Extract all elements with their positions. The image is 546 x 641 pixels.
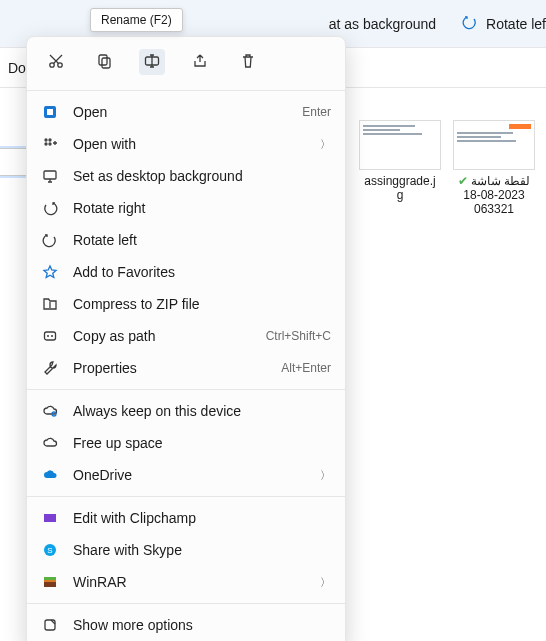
rotate-left-label: Rotate lef: [486, 16, 546, 32]
rename-tooltip: Rename (F2): [90, 8, 183, 32]
rotate-right-icon: [41, 199, 59, 217]
scissors-icon: [47, 52, 65, 73]
svg-rect-3: [102, 58, 110, 68]
svg-rect-6: [47, 109, 53, 115]
menu-free-space[interactable]: Free up space: [27, 427, 345, 459]
star-icon: [41, 263, 59, 281]
chevron-right-icon: 〉: [320, 468, 331, 483]
copy-path-icon: [41, 327, 59, 345]
sync-check-icon: ✔: [458, 174, 468, 188]
svg-rect-14: [44, 514, 56, 522]
menu-set-background[interactable]: Set as desktop background: [27, 160, 345, 192]
menu-label: Share with Skype: [73, 542, 331, 558]
menu-label: Set as desktop background: [73, 168, 331, 184]
clipchamp-icon: [41, 509, 59, 527]
svg-rect-20: [45, 620, 55, 630]
menu-add-favorites[interactable]: Add to Favorites: [27, 256, 345, 288]
svg-point-8: [49, 139, 51, 141]
svg-point-7: [45, 139, 47, 141]
file-thumbnail: [453, 120, 535, 170]
menu-clipchamp[interactable]: Edit with Clipchamp: [27, 502, 345, 534]
open-with-icon: [41, 135, 59, 153]
wrench-icon: [41, 359, 59, 377]
menu-accelerator: Enter: [302, 105, 331, 119]
file-item[interactable]: assinggrade.jg: [356, 120, 444, 216]
svg-rect-19: [44, 577, 56, 580]
menu-accelerator: Ctrl+Shift+C: [266, 329, 331, 343]
file-thumbnail: [359, 120, 441, 170]
menu-label: OneDrive: [73, 467, 306, 483]
menu-label: Always keep on this device: [73, 403, 331, 419]
context-menu-quick-actions: [27, 43, 345, 85]
toolbar-actions: at as background Rotate lef: [329, 14, 546, 33]
context-menu: Open Enter Open with 〉 Set as desktop ba…: [26, 36, 346, 641]
svg-rect-12: [45, 332, 56, 340]
menu-skype[interactable]: S Share with Skype: [27, 534, 345, 566]
menu-compress-zip[interactable]: Compress to ZIP file: [27, 288, 345, 320]
more-options-icon: [41, 616, 59, 634]
onedrive-icon: [41, 466, 59, 484]
file-name: assinggrade.j: [364, 174, 435, 188]
svg-text:S: S: [47, 546, 52, 555]
rotate-left-icon: [41, 231, 59, 249]
trash-icon: [239, 52, 257, 73]
set-background-button[interactable]: at as background: [329, 16, 436, 32]
rotate-left-icon: [462, 14, 478, 33]
copy-button[interactable]: [91, 49, 117, 75]
menu-onedrive[interactable]: OneDrive 〉: [27, 459, 345, 491]
share-button[interactable]: [187, 49, 213, 75]
menu-rotate-right[interactable]: Rotate right: [27, 192, 345, 224]
menu-show-more[interactable]: Show more options: [27, 609, 345, 641]
menu-open-with[interactable]: Open with 〉: [27, 128, 345, 160]
menu-label: Open with: [73, 136, 306, 152]
menu-label: Rotate left: [73, 232, 331, 248]
menu-label: Show more options: [73, 617, 331, 633]
menu-label: WinRAR: [73, 574, 306, 590]
menu-label: Properties: [73, 360, 267, 376]
skype-icon: S: [41, 541, 59, 559]
rename-button[interactable]: [139, 49, 165, 75]
menu-winrar[interactable]: WinRAR 〉: [27, 566, 345, 598]
set-background-label: at as background: [329, 16, 436, 32]
menu-label: Add to Favorites: [73, 264, 331, 280]
rotate-left-button[interactable]: Rotate lef: [462, 14, 546, 33]
delete-button[interactable]: [235, 49, 261, 75]
menu-properties[interactable]: Properties Alt+Enter: [27, 352, 345, 384]
menu-label: Copy as path: [73, 328, 252, 344]
file-item[interactable]: ✔ لقطة شاشة 2023-08-18 063321: [450, 120, 538, 216]
svg-point-10: [49, 143, 51, 145]
svg-rect-2: [99, 55, 107, 65]
cloud-icon: [41, 434, 59, 452]
menu-accelerator: Alt+Enter: [281, 361, 331, 375]
svg-rect-11: [44, 171, 56, 179]
menu-label: Edit with Clipchamp: [73, 510, 331, 526]
desktop-icon: [41, 167, 59, 185]
cloud-keep-icon: [41, 402, 59, 420]
file-grid: assinggrade.jg ✔ لقطة شاشة 2023-08-18 06…: [356, 120, 538, 216]
svg-point-9: [45, 143, 47, 145]
menu-always-keep[interactable]: Always keep on this device: [27, 395, 345, 427]
chevron-right-icon: 〉: [320, 137, 331, 152]
rename-icon: [143, 52, 161, 73]
menu-label: Free up space: [73, 435, 331, 451]
menu-copy-path[interactable]: Copy as path Ctrl+Shift+C: [27, 320, 345, 352]
breadcrumb-fragment: Do: [8, 60, 26, 76]
menu-rotate-left[interactable]: Rotate left: [27, 224, 345, 256]
menu-open[interactable]: Open Enter: [27, 96, 345, 128]
chevron-right-icon: 〉: [320, 575, 331, 590]
copy-icon: [95, 52, 113, 73]
app-icon: [41, 103, 59, 121]
menu-label: Open: [73, 104, 288, 120]
menu-label: Rotate right: [73, 200, 331, 216]
menu-label: Compress to ZIP file: [73, 296, 331, 312]
file-name: لقطة شاشة 2023-08-18 063321: [463, 174, 530, 216]
winrar-icon: [41, 573, 59, 591]
zip-icon: [41, 295, 59, 313]
share-icon: [191, 52, 209, 73]
cut-button[interactable]: [43, 49, 69, 75]
